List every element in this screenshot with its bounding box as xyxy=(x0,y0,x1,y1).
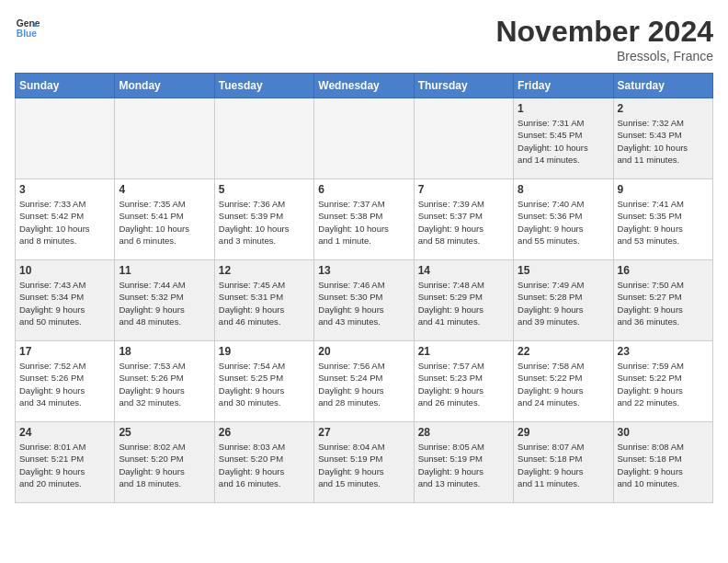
day-number: 18 xyxy=(119,345,210,358)
calendar-day-cell: 20Sunrise: 7:56 AM Sunset: 5:24 PM Dayli… xyxy=(314,341,414,422)
calendar-day-cell: 19Sunrise: 7:54 AM Sunset: 5:25 PM Dayli… xyxy=(214,341,313,422)
calendar-day-cell: 30Sunrise: 8:08 AM Sunset: 5:18 PM Dayli… xyxy=(613,422,712,503)
day-header-friday: Friday xyxy=(514,74,613,98)
logo: General Blue xyxy=(15,15,40,40)
day-info: Sunrise: 7:52 AM Sunset: 5:26 PM Dayligh… xyxy=(19,360,110,408)
day-header-wednesday: Wednesday xyxy=(314,74,414,98)
logo-icon: General Blue xyxy=(15,15,40,40)
calendar-day-cell xyxy=(16,98,115,179)
calendar-day-cell: 8Sunrise: 7:40 AM Sunset: 5:36 PM Daylig… xyxy=(514,179,613,260)
day-info: Sunrise: 7:49 AM Sunset: 5:28 PM Dayligh… xyxy=(518,279,609,327)
day-number: 23 xyxy=(618,345,709,358)
day-number: 8 xyxy=(518,183,609,196)
calendar-day-cell: 27Sunrise: 8:04 AM Sunset: 5:19 PM Dayli… xyxy=(314,422,414,503)
svg-text:General: General xyxy=(17,18,40,29)
calendar-day-cell: 4Sunrise: 7:35 AM Sunset: 5:41 PM Daylig… xyxy=(115,179,214,260)
calendar-day-cell xyxy=(314,98,414,179)
day-number: 13 xyxy=(318,264,409,277)
calendar-table: SundayMondayTuesdayWednesdayThursdayFrid… xyxy=(15,73,713,503)
day-info: Sunrise: 7:43 AM Sunset: 5:34 PM Dayligh… xyxy=(19,279,110,327)
day-number: 22 xyxy=(518,345,609,358)
day-info: Sunrise: 8:04 AM Sunset: 5:19 PM Dayligh… xyxy=(318,441,409,489)
day-info: Sunrise: 8:02 AM Sunset: 5:20 PM Dayligh… xyxy=(119,441,210,489)
day-info: Sunrise: 7:59 AM Sunset: 5:22 PM Dayligh… xyxy=(618,360,709,408)
day-number: 28 xyxy=(418,426,509,439)
day-number: 14 xyxy=(418,264,509,277)
calendar-day-cell: 26Sunrise: 8:03 AM Sunset: 5:20 PM Dayli… xyxy=(214,422,313,503)
title-block: November 2024 Bressols, France xyxy=(495,15,713,63)
day-number: 10 xyxy=(19,264,110,277)
calendar-day-cell: 6Sunrise: 7:37 AM Sunset: 5:38 PM Daylig… xyxy=(314,179,414,260)
day-info: Sunrise: 7:41 AM Sunset: 5:35 PM Dayligh… xyxy=(618,198,709,247)
calendar-day-cell: 9Sunrise: 7:41 AM Sunset: 5:35 PM Daylig… xyxy=(613,179,712,260)
day-number: 15 xyxy=(518,264,609,277)
calendar-week-row: 17Sunrise: 7:52 AM Sunset: 5:26 PM Dayli… xyxy=(16,341,713,422)
day-info: Sunrise: 7:58 AM Sunset: 5:22 PM Dayligh… xyxy=(518,360,609,408)
day-info: Sunrise: 7:37 AM Sunset: 5:38 PM Dayligh… xyxy=(318,198,409,247)
day-info: Sunrise: 7:31 AM Sunset: 5:45 PM Dayligh… xyxy=(518,117,609,166)
day-info: Sunrise: 7:35 AM Sunset: 5:41 PM Dayligh… xyxy=(119,198,210,247)
calendar-day-cell: 7Sunrise: 7:39 AM Sunset: 5:37 PM Daylig… xyxy=(414,179,513,260)
day-info: Sunrise: 7:53 AM Sunset: 5:26 PM Dayligh… xyxy=(119,360,210,408)
calendar-week-row: 1Sunrise: 7:31 AM Sunset: 5:45 PM Daylig… xyxy=(16,98,713,179)
calendar-day-cell: 22Sunrise: 7:58 AM Sunset: 5:22 PM Dayli… xyxy=(514,341,613,422)
calendar-day-cell: 24Sunrise: 8:01 AM Sunset: 5:21 PM Dayli… xyxy=(16,422,115,503)
calendar-day-cell xyxy=(115,98,214,179)
calendar-day-cell: 10Sunrise: 7:43 AM Sunset: 5:34 PM Dayli… xyxy=(16,260,115,341)
calendar-day-cell: 14Sunrise: 7:48 AM Sunset: 5:29 PM Dayli… xyxy=(414,260,513,341)
calendar-day-cell: 28Sunrise: 8:05 AM Sunset: 5:19 PM Dayli… xyxy=(414,422,513,503)
day-header-monday: Monday xyxy=(115,74,214,98)
day-number: 2 xyxy=(618,102,709,115)
day-number: 19 xyxy=(219,345,310,358)
day-info: Sunrise: 8:03 AM Sunset: 5:20 PM Dayligh… xyxy=(219,441,310,489)
day-info: Sunrise: 7:50 AM Sunset: 5:27 PM Dayligh… xyxy=(618,279,709,327)
calendar-day-cell: 29Sunrise: 8:07 AM Sunset: 5:18 PM Dayli… xyxy=(514,422,613,503)
calendar-week-row: 24Sunrise: 8:01 AM Sunset: 5:21 PM Dayli… xyxy=(16,422,713,503)
day-info: Sunrise: 7:57 AM Sunset: 5:23 PM Dayligh… xyxy=(418,360,509,408)
month-title: November 2024 xyxy=(495,15,713,49)
calendar-day-cell: 1Sunrise: 7:31 AM Sunset: 5:45 PM Daylig… xyxy=(514,98,613,179)
day-number: 4 xyxy=(119,183,210,196)
calendar-day-cell: 12Sunrise: 7:45 AM Sunset: 5:31 PM Dayli… xyxy=(214,260,313,341)
day-info: Sunrise: 7:32 AM Sunset: 5:43 PM Dayligh… xyxy=(618,117,709,166)
day-number: 27 xyxy=(318,426,409,439)
calendar-day-cell: 25Sunrise: 8:02 AM Sunset: 5:20 PM Dayli… xyxy=(115,422,214,503)
day-info: Sunrise: 7:45 AM Sunset: 5:31 PM Dayligh… xyxy=(219,279,310,327)
day-number: 16 xyxy=(618,264,709,277)
svg-text:Blue: Blue xyxy=(17,29,38,39)
calendar-day-cell xyxy=(414,98,513,179)
day-info: Sunrise: 7:40 AM Sunset: 5:36 PM Dayligh… xyxy=(518,198,609,247)
calendar-day-cell: 17Sunrise: 7:52 AM Sunset: 5:26 PM Dayli… xyxy=(16,341,115,422)
calendar-day-cell: 11Sunrise: 7:44 AM Sunset: 5:32 PM Dayli… xyxy=(115,260,214,341)
calendar-day-cell: 5Sunrise: 7:36 AM Sunset: 5:39 PM Daylig… xyxy=(214,179,313,260)
day-info: Sunrise: 7:36 AM Sunset: 5:39 PM Dayligh… xyxy=(219,198,310,247)
calendar-day-cell: 16Sunrise: 7:50 AM Sunset: 5:27 PM Dayli… xyxy=(613,260,712,341)
day-number: 5 xyxy=(219,183,310,196)
day-info: Sunrise: 7:44 AM Sunset: 5:32 PM Dayligh… xyxy=(119,279,210,327)
day-number: 12 xyxy=(219,264,310,277)
day-info: Sunrise: 8:07 AM Sunset: 5:18 PM Dayligh… xyxy=(518,441,609,489)
day-header-thursday: Thursday xyxy=(414,74,513,98)
day-header-sunday: Sunday xyxy=(16,74,115,98)
page-header: General Blue November 2024 Bressols, Fra… xyxy=(15,15,713,63)
day-info: Sunrise: 7:56 AM Sunset: 5:24 PM Dayligh… xyxy=(318,360,409,408)
calendar-day-cell: 18Sunrise: 7:53 AM Sunset: 5:26 PM Dayli… xyxy=(115,341,214,422)
day-number: 24 xyxy=(19,426,110,439)
day-info: Sunrise: 8:08 AM Sunset: 5:18 PM Dayligh… xyxy=(618,441,709,489)
calendar-week-row: 3Sunrise: 7:33 AM Sunset: 5:42 PM Daylig… xyxy=(16,179,713,260)
day-number: 9 xyxy=(618,183,709,196)
day-info: Sunrise: 8:05 AM Sunset: 5:19 PM Dayligh… xyxy=(418,441,509,489)
day-number: 6 xyxy=(318,183,409,196)
day-number: 11 xyxy=(119,264,210,277)
day-info: Sunrise: 7:46 AM Sunset: 5:30 PM Dayligh… xyxy=(318,279,409,327)
day-info: Sunrise: 7:33 AM Sunset: 5:42 PM Dayligh… xyxy=(19,198,110,247)
day-number: 30 xyxy=(618,426,709,439)
calendar-day-cell: 23Sunrise: 7:59 AM Sunset: 5:22 PM Dayli… xyxy=(613,341,712,422)
calendar-day-cell: 21Sunrise: 7:57 AM Sunset: 5:23 PM Dayli… xyxy=(414,341,513,422)
day-info: Sunrise: 7:39 AM Sunset: 5:37 PM Dayligh… xyxy=(418,198,509,247)
day-number: 1 xyxy=(518,102,609,115)
calendar-header-row: SundayMondayTuesdayWednesdayThursdayFrid… xyxy=(16,74,713,98)
day-info: Sunrise: 7:48 AM Sunset: 5:29 PM Dayligh… xyxy=(418,279,509,327)
calendar-day-cell: 15Sunrise: 7:49 AM Sunset: 5:28 PM Dayli… xyxy=(514,260,613,341)
day-number: 20 xyxy=(318,345,409,358)
